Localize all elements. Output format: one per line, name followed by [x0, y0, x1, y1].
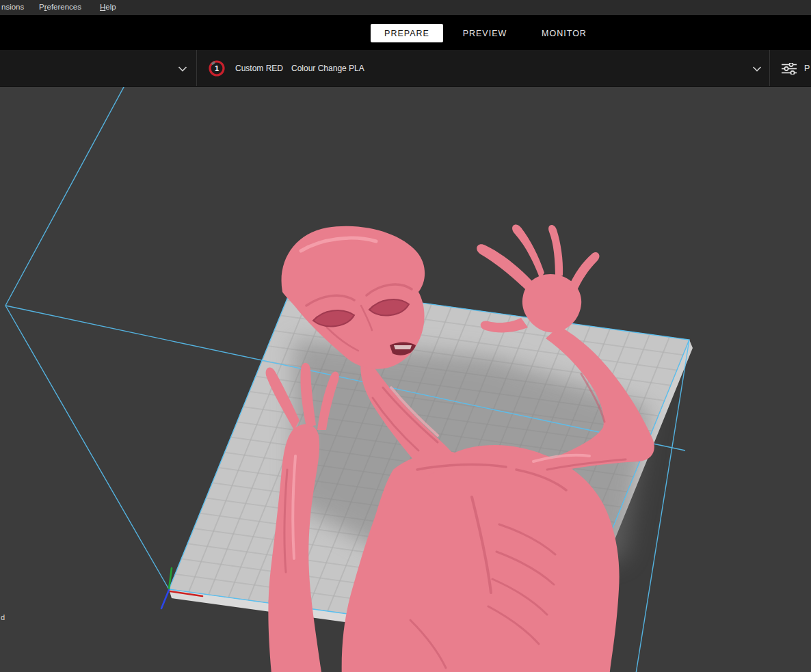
menu-label: elp	[105, 3, 116, 11]
menu-item-preferences[interactable]: Preferences	[39, 3, 81, 11]
menu-item-help[interactable]: Help	[100, 3, 116, 11]
tab-preview[interactable]: PREVIEW	[461, 24, 509, 42]
material-selector[interactable]: 1 Custom RED Colour Change PLA	[197, 50, 769, 86]
print-settings-button[interactable]: P	[770, 50, 811, 86]
menu-label: P	[39, 3, 44, 11]
material-name: Custom RED	[235, 64, 283, 73]
configuration-bar: 1 Custom RED Colour Change PLA P	[0, 50, 811, 87]
sliders-icon	[782, 63, 798, 75]
axis-y	[161, 590, 169, 608]
print-settings-label: P	[804, 64, 810, 73]
extruder-number: 1	[215, 64, 219, 72]
menu-label: eferences	[47, 3, 82, 11]
printer-selector[interactable]	[0, 50, 196, 86]
material-type: Colour Change PLA	[291, 64, 364, 73]
chevron-down-icon	[178, 66, 187, 72]
extruder-icon: 1	[209, 60, 225, 77]
tab-monitor[interactable]: MONITOR	[539, 24, 589, 42]
menu-label: nsions	[1, 3, 24, 11]
tab-prepare[interactable]: PREPARE	[371, 24, 443, 42]
text-fragment: d	[1, 613, 5, 621]
viewport-3d[interactable]: d	[0, 87, 811, 672]
menu-item-extensions[interactable]: nsions	[1, 3, 24, 11]
chevron-down-icon	[752, 66, 762, 72]
menu-bar: nsions Preferences Help	[0, 0, 811, 15]
stage-bar: PREPARE PREVIEW MONITOR	[0, 15, 811, 50]
